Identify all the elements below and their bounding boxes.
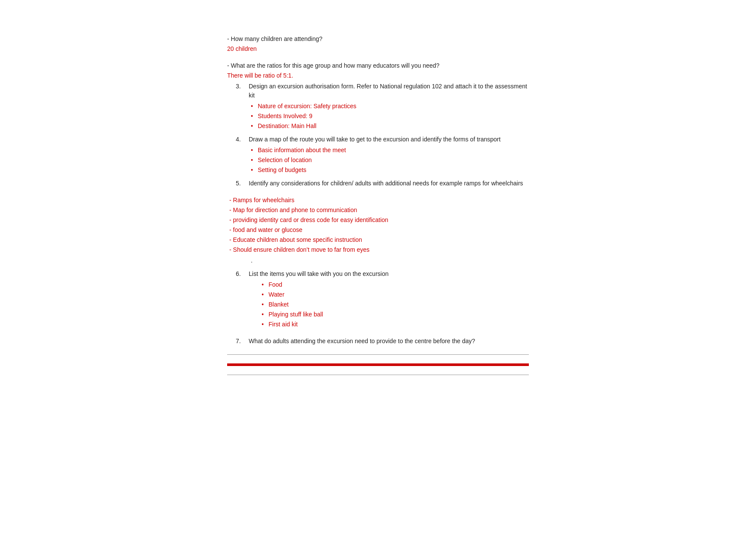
bullet-blanket: Blanket bbox=[262, 300, 529, 309]
question-ratios: - What are the ratios for this age group… bbox=[227, 61, 529, 70]
bullet-item: Selection of location bbox=[251, 156, 529, 165]
bullet-playing-stuff: Playing stuff like ball bbox=[262, 310, 529, 319]
consideration-4: - food and water or glucose bbox=[229, 225, 529, 235]
considerations-block: - Ramps for wheelchairs - Map for direct… bbox=[227, 196, 529, 254]
consideration-5: - Educate children about some specific i… bbox=[229, 235, 529, 244]
item-4-text: Draw a map of the route you will take to… bbox=[249, 135, 500, 144]
section-item7: 7. What do adults attending the excursio… bbox=[227, 337, 529, 346]
section-item6: 6. List the items you will take with you… bbox=[227, 269, 529, 329]
bullet-item: Students Involved: 9 bbox=[251, 112, 529, 121]
bullet-first-aid: First aid kit bbox=[262, 320, 529, 329]
bullet-item: Destination: Main Hall bbox=[251, 122, 529, 131]
item-7-number: 7. bbox=[236, 337, 249, 346]
item-3-text: Design an excursion authorisation form. … bbox=[249, 82, 529, 100]
item-6-text: List the items you will take with you on… bbox=[249, 269, 389, 278]
item-3-row: 3. Design an excursion authorisation for… bbox=[227, 82, 529, 100]
bullet-water: Water bbox=[262, 290, 529, 299]
bullet-item: Nature of excursion: Safety practices bbox=[251, 102, 529, 111]
consideration-3: - providing identity card or dress code … bbox=[229, 216, 529, 225]
item-3-number: 3. bbox=[236, 82, 249, 100]
question-children: - How many children are attending? bbox=[227, 34, 529, 44]
item-6-row: 6. List the items you will take with you… bbox=[227, 269, 529, 278]
item-5-text: Identify any considerations for children… bbox=[249, 179, 523, 188]
divider-bottom bbox=[227, 375, 529, 375]
item-4-row: 4. Draw a map of the route you will take… bbox=[227, 135, 529, 144]
answer-children: 20 children bbox=[227, 44, 529, 53]
section-children: - How many children are attending? 20 ch… bbox=[227, 34, 529, 53]
bullet-food: Food bbox=[262, 280, 529, 289]
bullet-item: Basic information about the meet bbox=[251, 146, 529, 155]
item-6-number: 6. bbox=[236, 269, 249, 278]
consideration-1: - Ramps for wheelchairs bbox=[229, 196, 529, 205]
item-5-number: 5. bbox=[236, 179, 249, 188]
item-3-bullets: Nature of excursion: Safety practices St… bbox=[227, 102, 529, 131]
divider-thick-red bbox=[227, 363, 529, 366]
answer-ratios: There will be ratio of 5:1. bbox=[227, 71, 529, 80]
page-content: - How many children are attending? 20 ch… bbox=[184, 0, 572, 401]
divider-top bbox=[227, 354, 529, 355]
item-4-bullets: Basic information about the meet Selecti… bbox=[227, 146, 529, 175]
section-ratios: - What are the ratios for this age group… bbox=[227, 61, 529, 188]
bullet-item: Setting of budgets bbox=[251, 166, 529, 175]
consideration-2: - Map for direction and phone to communi… bbox=[229, 206, 529, 215]
item-4-number: 4. bbox=[236, 135, 249, 144]
item-7-text: What do adults attending the excursion n… bbox=[249, 337, 475, 346]
consideration-6: - Should ensure children don’t move to f… bbox=[229, 245, 529, 254]
dot-line: . bbox=[227, 256, 529, 265]
item-6-bullets: Food Water Blanket Playing stuff like ba… bbox=[227, 280, 529, 329]
item-5-row: 5. Identify any considerations for child… bbox=[227, 179, 529, 188]
item-7-row: 7. What do adults attending the excursio… bbox=[227, 337, 529, 346]
